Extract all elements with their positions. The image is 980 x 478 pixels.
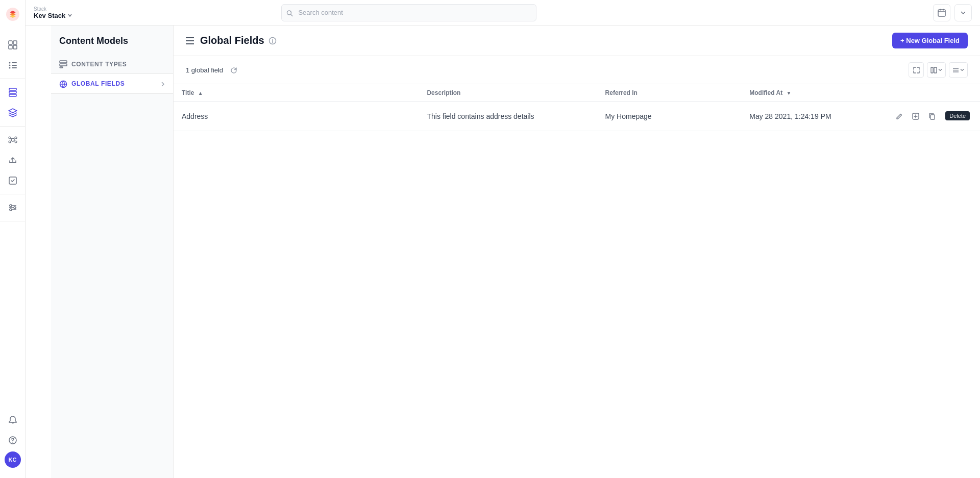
header-right [933,4,972,21]
svg-point-8 [9,65,10,66]
cell-actions: Delete [884,102,980,131]
cell-title: Address [174,102,419,131]
svg-point-34 [12,442,13,443]
svg-rect-9 [12,67,17,68]
global-fields-icon [59,79,67,88]
nav-dashboard[interactable] [4,36,22,54]
nav-group-3 [0,127,25,194]
delete-button[interactable] [958,109,972,123]
new-global-field-button[interactable]: + New Global Field [892,33,968,48]
svg-rect-46 [934,67,937,73]
info-icon[interactable] [268,36,277,45]
sidebar-title: Content Models [51,36,173,55]
icon-bar: KC [0,0,26,478]
nav-tasks[interactable] [4,171,22,190]
nav-group-4 [0,194,25,221]
search-icon [286,9,293,16]
col-referred-in: Referred In [597,84,742,102]
nav-network[interactable] [4,131,22,149]
svg-point-6 [9,62,10,64]
view-button[interactable] [909,109,923,123]
svg-rect-2 [13,41,17,44]
col-actions [884,84,980,102]
search-input[interactable] [281,4,536,21]
nav-group-1 [0,32,25,79]
svg-line-21 [11,141,11,141]
col-modified-at[interactable]: Modified At ▼ [741,84,884,102]
nav-layers[interactable] [4,104,22,122]
svg-point-17 [9,141,11,143]
duplicate-button[interactable] [925,109,939,123]
calendar-icon-btn[interactable] [933,4,950,21]
global-fields-label: GLOBAL FIELDS [71,80,157,87]
edit-button[interactable] [892,109,906,123]
page-title: Global Fields [200,35,264,46]
svg-rect-12 [9,91,16,93]
toolbar-right [909,62,968,78]
fullscreen-button[interactable] [909,62,924,78]
svg-rect-11 [9,88,16,90]
stack-name[interactable]: Kev Stack [34,12,72,19]
sort-desc-icon: ▼ [786,90,791,96]
svg-point-25 [14,207,16,209]
svg-rect-5 [12,62,17,63]
cell-description: This field contains address details [419,102,597,131]
header-actions: + New Global Field [892,33,968,48]
svg-rect-39 [60,67,63,68]
svg-point-26 [10,209,12,211]
svg-rect-1 [9,41,12,44]
nav-content-model[interactable] [4,83,22,102]
svg-rect-38 [60,64,67,66]
sidebar-item-global-fields[interactable]: GLOBAL FIELDS [51,74,173,93]
bottom-icons: KC [4,411,22,473]
nav-group-2 [0,79,25,127]
svg-rect-37 [60,61,67,63]
col-title[interactable]: Title ▲ [174,84,419,102]
dropdown-icon-btn[interactable] [954,4,972,21]
view-toggle[interactable] [949,62,968,78]
nav-help[interactable] [4,431,22,449]
svg-point-15 [9,137,11,139]
cell-modified-at: May 28 2021, 1:24:19 PM [741,102,884,131]
nav-upload[interactable] [4,151,22,169]
row-actions: Delete [892,109,972,123]
content-header: Global Fields + New Global Field [174,26,980,56]
nav-list[interactable] [4,56,22,74]
record-count: 1 global field [186,66,223,74]
sort-asc-icon: ▲ [198,90,203,96]
search-bar [281,4,536,21]
columns-toggle[interactable] [927,62,946,78]
refresh-button[interactable] [227,65,240,75]
app-logo[interactable] [6,7,20,21]
svg-point-14 [11,138,14,141]
table-container: Title ▲ Description Referred In Modified… [174,84,980,478]
export-button[interactable] [941,109,955,123]
svg-line-20 [14,139,15,139]
content-types-icon [59,60,67,68]
nav-filter[interactable] [4,198,22,217]
stack-label: Stack [34,6,72,12]
content-area: Global Fields + New Global Field 1 globa… [174,26,980,478]
svg-point-10 [9,67,10,69]
svg-point-24 [10,205,12,207]
svg-point-16 [15,137,17,139]
stack-selector[interactable]: Stack Kev Stack [34,6,72,19]
svg-rect-3 [9,45,12,49]
table-row: Address This field contains address deta… [174,102,980,131]
sidebar-item-content-types[interactable]: CONTENT TYPES [51,55,173,74]
svg-rect-51 [930,115,935,119]
col-description: Description [419,84,597,102]
svg-rect-36 [938,10,945,16]
user-avatar[interactable]: KC [5,451,21,468]
table-body: Address This field contains address deta… [174,102,980,131]
sidebar: Content Models CONTENT TYPES GLOBAL FIEL… [51,26,174,478]
chevron-right-icon [161,80,165,87]
svg-rect-45 [931,67,933,73]
table-toolbar: 1 global field [174,56,980,84]
svg-line-22 [14,141,15,141]
data-table: Title ▲ Description Referred In Modified… [174,84,980,131]
svg-point-18 [15,141,17,143]
svg-point-35 [287,11,291,15]
main-layout: Content Models CONTENT TYPES GLOBAL FIEL… [51,26,980,478]
nav-bell[interactable] [4,411,22,429]
